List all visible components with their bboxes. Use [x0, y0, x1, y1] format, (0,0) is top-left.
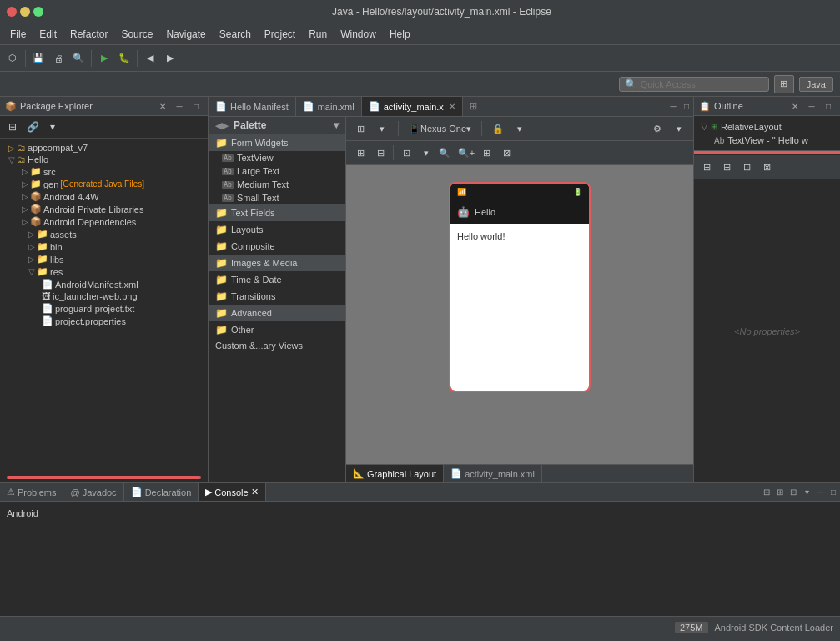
memory-indicator[interactable]: 275M: [675, 622, 708, 633]
device-select[interactable]: 📱 Nexus One ▾: [405, 119, 475, 138]
tab-console[interactable]: ▶ Console ✕: [199, 483, 265, 501]
tree-item-res[interactable]: ▽ 📁 res: [0, 265, 208, 278]
palette-custom-views[interactable]: Custom &...ary Views: [209, 338, 345, 353]
collapse-all-button[interactable]: ⊟: [3, 118, 22, 136]
menu-window[interactable]: Window: [334, 27, 383, 42]
console-btn3[interactable]: ⊡: [787, 486, 800, 499]
tab-declaration[interactable]: 📄 Declaration: [124, 483, 199, 501]
console-btn4[interactable]: ▾: [800, 486, 813, 499]
palette-layouts[interactable]: 📁 Layouts: [209, 221, 345, 238]
prop-btn4[interactable]: ⊠: [757, 158, 776, 176]
menu-project[interactable]: Project: [258, 27, 302, 42]
menu-search[interactable]: Search: [213, 27, 258, 42]
menu-navigate[interactable]: Navigate: [159, 27, 212, 42]
select-btn[interactable]: ⊞: [351, 144, 370, 162]
palette-form-widgets[interactable]: 📁 Form Widgets: [209, 134, 345, 151]
console-minimize[interactable]: ─: [813, 486, 827, 499]
palette-item-mediumtext[interactable]: Ab Medium Text: [209, 178, 345, 191]
menu-source[interactable]: Source: [114, 27, 159, 42]
outline-close[interactable]: ✕: [788, 99, 802, 113]
quick-access-search[interactable]: 🔍: [619, 77, 769, 92]
tree-item-hello[interactable]: ▽ 🗂 Hello: [0, 154, 208, 165]
close-tab-icon[interactable]: ✕: [449, 102, 455, 111]
close-console-icon[interactable]: ✕: [251, 487, 259, 497]
palette-time-date[interactable]: 📁 Time & Date: [209, 271, 345, 288]
palette-transitions[interactable]: 📁 Transitions: [209, 288, 345, 305]
palette-dropdown-icon[interactable]: ▾: [334, 119, 339, 131]
palette-item-textview[interactable]: Ab TextView: [209, 151, 345, 164]
menu-edit[interactable]: Edit: [33, 27, 63, 42]
zoom-in[interactable]: 🔍+: [457, 144, 475, 162]
run-button[interactable]: ▶: [95, 49, 113, 68]
canvas-dropdown2[interactable]: ▾: [670, 119, 688, 138]
tree-item-libs[interactable]: ▷ 📁 libs: [0, 253, 208, 265]
canvas-content[interactable]: 📶 🔋 🤖 Hello Hello world!: [346, 165, 693, 464]
editor-maximize[interactable]: □: [680, 100, 693, 114]
close-button[interactable]: [7, 7, 17, 17]
zoom-fit[interactable]: ⊡: [397, 144, 415, 162]
tree-item-android-private[interactable]: ▷ 📦 Android Private Libraries: [0, 203, 208, 215]
canvas-align-btn[interactable]: ⊞: [351, 119, 370, 138]
tree-item-projectprops[interactable]: 📄 project.properties: [0, 315, 208, 327]
tree-item-android44w[interactable]: ▷ 📦 Android 4.4W: [0, 190, 208, 203]
print-button[interactable]: 🖨: [49, 49, 68, 68]
canvas-settings[interactable]: ⚙: [648, 119, 666, 138]
tree-item-android-deps[interactable]: ▷ 📦 Android Dependencies: [0, 215, 208, 228]
tab-javadoc[interactable]: @ Javadoc: [63, 483, 123, 501]
menu-file[interactable]: File: [3, 27, 33, 42]
canvas-dropdown[interactable]: ▾: [373, 119, 391, 138]
palette-images-media[interactable]: 📁 Images & Media: [209, 255, 345, 271]
outline-maximize[interactable]: □: [822, 99, 835, 113]
tab-activity-main[interactable]: 📄 activity_main.x ✕: [362, 97, 463, 116]
tree-item-src[interactable]: ▷ 📁 src: [0, 165, 208, 178]
package-explorer-close[interactable]: ✕: [156, 99, 169, 113]
package-explorer-minimize[interactable]: ─: [173, 99, 186, 113]
prop-btn3[interactable]: ⊡: [737, 158, 756, 176]
search-button[interactable]: 🔍: [69, 49, 88, 68]
tab-hello-manifest[interactable]: 📄 Hello Manifest: [209, 97, 296, 116]
console-btn1[interactable]: ⊟: [760, 486, 773, 499]
forward-button[interactable]: ▶: [161, 49, 179, 68]
link-with-editor-button[interactable]: 🔗: [23, 118, 42, 136]
palette-item-smalltext[interactable]: Ab Small Text: [209, 191, 345, 204]
tree-item-bin[interactable]: ▷ 📁 bin: [0, 240, 208, 253]
tree-item-appcompat[interactable]: ▷ 🗂 appcompat_v7: [0, 142, 208, 154]
tree-item-assets[interactable]: ▷ 📁 assets: [0, 228, 208, 240]
layout-btn[interactable]: ⊟: [371, 144, 390, 162]
palette-composite[interactable]: 📁 Composite: [209, 238, 345, 255]
prop-btn1[interactable]: ⊞: [697, 158, 716, 176]
back-button[interactable]: ◀: [141, 49, 159, 68]
package-explorer-maximize[interactable]: □: [189, 99, 203, 113]
zoom-out[interactable]: 🔍-: [437, 144, 455, 162]
zoom-reset2[interactable]: ⊠: [497, 144, 516, 162]
package-explorer-content[interactable]: ▷ 🗂 appcompat_v7 ▽ 🗂 Hello ▷ 📁 src ▷ 📁: [0, 139, 208, 472]
tab-extra[interactable]: ⊞: [463, 97, 484, 116]
outline-relative-layout[interactable]: ▽ ⊞ RelativeLayout: [697, 119, 837, 134]
console-maximize[interactable]: □: [827, 486, 840, 499]
minimize-button[interactable]: [20, 7, 30, 17]
outline-minimize[interactable]: ─: [805, 99, 818, 113]
tab-problems[interactable]: ⚠ Problems: [0, 483, 63, 501]
outline-textview[interactable]: Ab TextView - " Hello w: [697, 134, 837, 147]
quick-access-input[interactable]: [641, 79, 749, 89]
menu-help[interactable]: Help: [383, 27, 417, 42]
palette-text-fields[interactable]: 📁 Text Fields: [209, 204, 345, 221]
tree-item-proguard[interactable]: 📄 proguard-project.txt: [0, 302, 208, 315]
tab-activity-xml[interactable]: 📄 activity_main.xml: [444, 465, 542, 482]
zoom-reset[interactable]: ⊞: [477, 144, 495, 162]
palette-item-largetext[interactable]: Ab Large Text: [209, 164, 345, 178]
menu-refactor[interactable]: Refactor: [63, 27, 114, 42]
palette-other[interactable]: 📁 Other: [209, 321, 345, 338]
console-btn2[interactable]: ⊞: [773, 486, 787, 499]
tab-graphical-layout[interactable]: 📐 Graphical Layout: [346, 465, 444, 482]
debug-button[interactable]: 🐛: [115, 49, 133, 68]
tree-item-androidmanifest[interactable]: 📄 AndroidManifest.xml: [0, 278, 208, 290]
menu-run[interactable]: Run: [302, 27, 334, 42]
new-button[interactable]: ⬡: [3, 49, 22, 68]
save-button[interactable]: 💾: [29, 49, 48, 68]
tab-main-xml[interactable]: 📄 main.xml: [296, 97, 362, 116]
prop-btn2[interactable]: ⊟: [717, 158, 736, 176]
view-menu-button[interactable]: ▾: [43, 118, 62, 136]
lock-btn[interactable]: 🔒: [489, 119, 507, 138]
java-perspective-button[interactable]: Java: [799, 77, 833, 92]
